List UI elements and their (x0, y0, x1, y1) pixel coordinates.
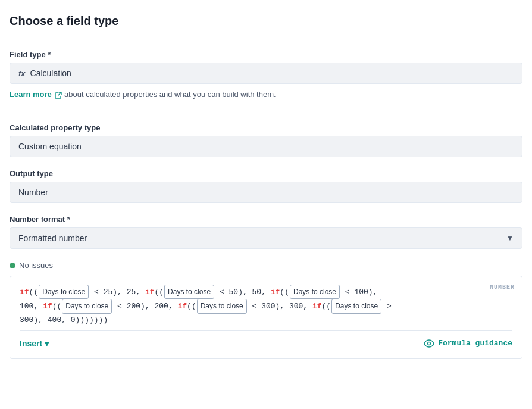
calculated-property-type-label: Calculated property type (10, 123, 522, 132)
insert-bar: Insert ▾ Formula guidance (20, 330, 512, 350)
fx-icon: fx (18, 69, 26, 78)
field-type-value: Calculation (30, 68, 71, 78)
svg-point-0 (428, 342, 431, 345)
eye-icon (424, 339, 434, 348)
learn-more-description: about calculated properties and what you… (64, 90, 276, 99)
formula-guidance-label: Formula guidance (438, 337, 512, 350)
status-line: No issues (10, 261, 522, 270)
calculated-property-type-value: Custom equation (10, 136, 522, 157)
days-tag-1[interactable]: Days to close (39, 285, 89, 299)
number-format-value: Formatted number (18, 233, 87, 243)
days-tag-5[interactable]: Days to close (197, 299, 247, 313)
field-type-label: Field type * (10, 50, 522, 59)
days-tag-3[interactable]: Days to close (290, 285, 340, 299)
status-dot (10, 263, 15, 268)
if-keyword-2: if (145, 288, 155, 296)
formula-line-2: 100, if((Days to close < 200), 200, if((… (20, 299, 512, 313)
output-type-label: Output type (10, 169, 522, 178)
calculated-property-type-section: Calculated property type Custom equation (10, 123, 522, 157)
number-label: NUMBER (490, 282, 515, 292)
if-keyword-3: if (271, 288, 280, 296)
page-title: Choose a field type (10, 14, 522, 28)
number-format-section: Number format * Formatted number ▼ (10, 215, 522, 249)
field-type-section: Field type * fx Calculation Learn more a… (10, 50, 522, 99)
learn-more-link[interactable]: Learn more (10, 90, 52, 99)
learn-more-line: Learn more about calculated properties a… (10, 90, 522, 99)
output-type-value: Number (10, 182, 522, 203)
formula-line-3: 300), 400, 0))))))) (20, 314, 512, 327)
days-tag-6[interactable]: Days to close (331, 299, 381, 313)
days-tag-4[interactable]: Days to close (62, 299, 112, 313)
external-link-icon (55, 92, 62, 99)
output-type-section: Output type Number (10, 169, 522, 203)
status-text: No issues (19, 261, 53, 270)
number-format-label: Number format * (10, 215, 522, 224)
insert-button[interactable]: Insert ▾ (20, 339, 49, 348)
if-keyword-1: if (20, 288, 29, 296)
number-format-select[interactable]: Formatted number ▼ (10, 227, 522, 249)
insert-chevron-icon: ▾ (45, 339, 49, 348)
if-keyword-5: if (177, 302, 187, 311)
if-keyword-4: if (43, 302, 52, 311)
formula-line-1: if((Days to close < 25), 25, if((Days to… (20, 285, 512, 299)
title-divider (10, 38, 522, 38)
if-keyword-6: if (312, 302, 322, 311)
section-divider-1 (10, 111, 522, 111)
days-tag-2[interactable]: Days to close (164, 285, 214, 299)
formula-guidance-link[interactable]: Formula guidance (424, 337, 512, 350)
chevron-down-icon: ▼ (506, 234, 514, 242)
field-type-display: fx Calculation (10, 63, 522, 84)
formula-code-block: NUMBER if((Days to close < 25), 25, if((… (10, 276, 522, 359)
